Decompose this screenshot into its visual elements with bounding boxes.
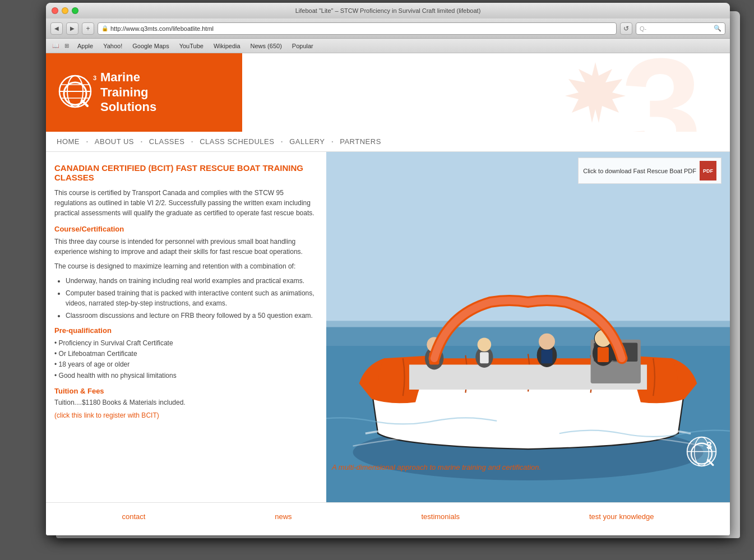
main-content: CANADIAN CERTIFIED (BCIT) FAST RESCUE BO…: [46, 152, 730, 502]
nav-gallery[interactable]: GALLERY: [287, 136, 327, 147]
watermark-3: 3: [621, 53, 702, 132]
header-background: 3: [242, 53, 730, 132]
search-placeholder: Q-: [640, 25, 646, 32]
bullet-3: Classroom discussions and lecture on FRB…: [66, 311, 318, 321]
corner-q3-label: 3: [706, 440, 712, 452]
preq-3: 18 years of age or older: [54, 359, 318, 370]
preq-1: Proficiency in Survival Craft Certificat…: [54, 338, 318, 349]
search-bar[interactable]: Q- 🔍: [636, 22, 725, 35]
nav-home[interactable]: HOME: [54, 136, 82, 147]
page-content: 3 Marine Training Solutions 3: [46, 53, 730, 535]
traffic-lights: [52, 7, 78, 14]
preq-heading: Pre-qualification: [54, 326, 318, 335]
nav-classes[interactable]: CLASSES: [147, 136, 187, 147]
tagline: A multi-dimensional approach to marine t…: [332, 463, 541, 471]
nav-partners[interactable]: PARTNERS: [337, 136, 383, 147]
content-left: CANADIAN CERTIFIED (BCIT) FAST RESCUE BO…: [46, 152, 326, 502]
q3-logo-corner: 3: [685, 435, 719, 469]
bookmark-popular[interactable]: Popular: [288, 41, 318, 50]
svg-rect-25: [598, 347, 609, 362]
course-cert-text: This three day course is intended for pe…: [54, 237, 318, 257]
boat-svg: [326, 152, 730, 502]
nav-dot-1: •: [86, 139, 88, 144]
intro-text: This course is certified by Transport Ca…: [54, 188, 318, 218]
footer-news[interactable]: news: [275, 512, 292, 521]
bookmark-wikipedia[interactable]: Wikipedia: [209, 41, 245, 50]
search-icon: 🔍: [714, 25, 721, 32]
footer-contact[interactable]: contact: [122, 512, 145, 521]
svg-point-18: [478, 337, 492, 351]
bullet-2: Computer based training that is packed w…: [66, 288, 318, 308]
grid-icon: ⊞: [62, 41, 72, 51]
nav-dot-4: •: [281, 139, 283, 144]
bookmark-yahoo[interactable]: Yahoo!: [99, 41, 127, 50]
bookmark-apple[interactable]: Apple: [73, 41, 98, 50]
preq-2: Or Lifeboatman Certificate: [54, 349, 318, 359]
pdf-icon: PDF: [700, 161, 716, 181]
logo-globe-wrapper: 3: [57, 73, 94, 112]
close-button[interactable]: [52, 7, 58, 14]
nav-about[interactable]: ABOUT US: [92, 136, 136, 147]
bookmark-googlemaps[interactable]: Google Maps: [128, 41, 173, 50]
window-title: Lifeboat "Lite" – STCW Proficiency in Su…: [295, 7, 481, 14]
q3-superscript: 3: [93, 75, 96, 81]
company-name: Marine Training Solutions: [100, 70, 156, 114]
site-nav: HOME • ABOUT US • CLASSES • CLASS SCHEDU…: [46, 132, 730, 152]
corner-globe-icon: [685, 435, 719, 469]
bookmark-icon: 📖: [50, 41, 61, 51]
title-bar: Lifeboat "Lite" – STCW Proficiency in Su…: [46, 3, 730, 18]
preq-list: Proficiency in Survival Craft Certificat…: [54, 338, 318, 381]
svg-rect-19: [480, 352, 489, 363]
toolbar: ◀ ▶ + 🔒 http://www.q3mts.com/lifeboatlit…: [46, 18, 730, 39]
maximize-button[interactable]: [72, 7, 78, 14]
boat-scene: A multi-dimensional approach to marine t…: [326, 152, 730, 502]
tuition-text: Tuition....$1180 Books & Materials inclu…: [54, 399, 318, 406]
content-right: A multi-dimensional approach to marine t…: [326, 152, 730, 502]
nav-dot-2: •: [141, 139, 142, 144]
course-cert-heading: Course/Certification: [54, 225, 318, 233]
register-link[interactable]: (click this link to register with BCIT): [54, 411, 159, 419]
minimize-button[interactable]: [62, 7, 68, 14]
nav-dot-3: •: [191, 139, 193, 144]
reload-button[interactable]: ↺: [620, 22, 632, 35]
site-header: 3 Marine Training Solutions 3: [46, 53, 730, 132]
footer-testimonials[interactable]: testimonials: [421, 512, 460, 521]
preq-4: Good health with no physical limitations: [54, 371, 318, 381]
footer-test-knowledge[interactable]: test your knowledge: [589, 512, 654, 521]
nav-schedules[interactable]: CLASS SCHEDULES: [197, 136, 276, 147]
website: 3 Marine Training Solutions 3: [46, 53, 730, 535]
bullet-list: Underway, hands on training including re…: [54, 276, 318, 321]
globe-icon: [57, 73, 94, 110]
pdf-label: Click to download Fast Rescue Boat PDF: [583, 168, 696, 174]
page-title: CANADIAN CERTIFIED (BCIT) FAST RESCUE BO…: [54, 163, 318, 182]
tuition-heading: Tuition & Fees: [54, 387, 318, 395]
svg-rect-9: [326, 321, 730, 346]
logo-text: Marine Training Solutions: [100, 70, 156, 114]
course-design-text: The course is designed to maximize learn…: [54, 261, 318, 271]
reload-icon[interactable]: +: [82, 22, 94, 35]
bookmark-news[interactable]: News (650): [246, 41, 286, 50]
bookmark-youtube[interactable]: YouTube: [175, 41, 208, 50]
bullet-1: Underway, hands on training including re…: [66, 276, 318, 286]
svg-rect-22: [541, 350, 552, 364]
url-text: http://www.q3mts.com/lifeboatlite.html: [110, 25, 214, 32]
pdf-download-button[interactable]: Click to download Fast Rescue Boat PDF P…: [578, 158, 721, 184]
security-icon: 🔒: [101, 25, 108, 31]
logo-block: 3 Marine Training Solutions: [46, 53, 242, 132]
bookmarks-bar: 📖 ⊞ Apple Yahoo! Google Maps YouTube Wik…: [46, 39, 730, 53]
maple-leaf-watermark: [562, 59, 629, 126]
address-bar[interactable]: 🔒 http://www.q3mts.com/lifeboatlite.html: [98, 22, 617, 35]
forward-button[interactable]: ▶: [66, 22, 78, 35]
svg-point-21: [539, 334, 555, 350]
nav-dot-5: •: [331, 139, 333, 144]
site-footer: contact news testimonials test your know…: [46, 502, 730, 530]
back-button[interactable]: ◀: [50, 22, 63, 35]
